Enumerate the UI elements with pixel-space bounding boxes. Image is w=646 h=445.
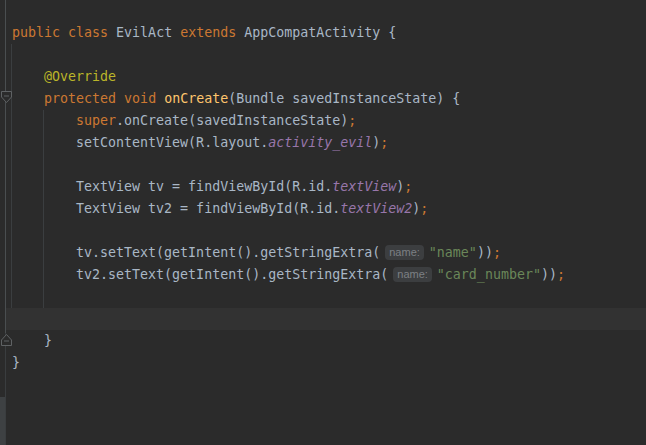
code-line[interactable] [0, 44, 646, 66]
code-token-def [156, 91, 164, 106]
code-token-kw: ; [420, 201, 428, 216]
fold-collapse-icon[interactable] [0, 90, 13, 105]
code-token-kw: void [124, 91, 156, 106]
code-token-def: EvilAct [108, 25, 180, 40]
code-token-def: } [12, 333, 52, 348]
code-token-def [116, 91, 124, 106]
code-line[interactable] [0, 286, 646, 308]
code-token-def: setContentView(R.layout. [12, 135, 268, 150]
code-line[interactable]: TextView tv = findViewById(R.id.textView… [0, 176, 646, 198]
code-token-def: } [12, 355, 20, 370]
parameter-name-inlay-hint: name: [385, 245, 424, 260]
code-token-kw: protected [44, 91, 116, 106]
code-token-def: )) [477, 245, 493, 260]
code-line[interactable] [0, 396, 646, 418]
code-token-def: .onCreate(savedInstanceState) [116, 113, 348, 128]
code-line[interactable] [0, 418, 646, 440]
code-line[interactable] [0, 220, 646, 242]
code-token-def: tv.setText(getIntent().getStringExtra( [12, 245, 380, 260]
code-token-str: "name" [429, 245, 477, 260]
code-token-def: TextView tv = findViewById(R.id. [12, 179, 332, 194]
code-token-field: textView [332, 179, 396, 194]
code-token-kw: super [76, 113, 116, 128]
code-token-def [60, 25, 68, 40]
code-token-kw: ; [380, 135, 388, 150]
parameter-name-inlay-hint: name: [393, 267, 432, 282]
code-token-kw: extends [180, 25, 236, 40]
code-token-kw: class [68, 25, 108, 40]
code-line-current[interactable] [0, 308, 646, 330]
code-token-def: (Bundle savedInstanceState) { [228, 91, 460, 106]
code-token-def: )) [541, 267, 557, 282]
code-line[interactable]: tv.setText(getIntent().getStringExtra(na… [0, 242, 646, 264]
code-line[interactable]: public class EvilAct extends AppCompatAc… [0, 22, 646, 44]
code-line[interactable] [0, 154, 646, 176]
code-token-ann: @Override [44, 69, 116, 84]
code-area[interactable]: public class EvilAct extends AppCompatAc… [0, 0, 646, 445]
code-line[interactable]: } [0, 330, 646, 352]
code-line[interactable]: setContentView(R.layout.activity_evil); [0, 132, 646, 154]
code-line[interactable] [0, 0, 646, 22]
code-token-field: activity_evil [268, 135, 372, 150]
fold-end-icon[interactable] [0, 332, 13, 347]
code-token-def: AppCompatActivity { [236, 25, 396, 40]
code-line[interactable]: super.onCreate(savedInstanceState); [0, 110, 646, 132]
code-token-kw: ; [557, 267, 565, 282]
code-token-kw: ; [348, 113, 356, 128]
code-token-def: tv2.setText(getIntent().getStringExtra( [12, 267, 388, 282]
code-line[interactable] [0, 374, 646, 396]
code-line[interactable]: @Override [0, 66, 646, 88]
code-token-kw: public [12, 25, 60, 40]
code-token-def [12, 113, 76, 128]
code-token-def: TextView tv2 = findViewById(R.id. [12, 201, 340, 216]
ide-editor: { "editor": { "background_color": "#2b2b… [0, 0, 646, 445]
code-line[interactable]: tv2.setText(getIntent().getStringExtra(n… [0, 264, 646, 286]
code-line[interactable]: protected void onCreate(Bundle savedInst… [0, 88, 646, 110]
code-line[interactable]: } [0, 352, 646, 374]
code-token-def [12, 91, 44, 106]
code-token-field: textView2 [340, 201, 412, 216]
code-token-str: "card_number" [437, 267, 541, 282]
code-token-kw: ; [493, 245, 501, 260]
code-token-kw: ; [404, 179, 412, 194]
code-token-fn: onCreate [164, 91, 228, 106]
code-line[interactable]: TextView tv2 = findViewById(R.id.textVie… [0, 198, 646, 220]
code-token-def [12, 69, 44, 84]
